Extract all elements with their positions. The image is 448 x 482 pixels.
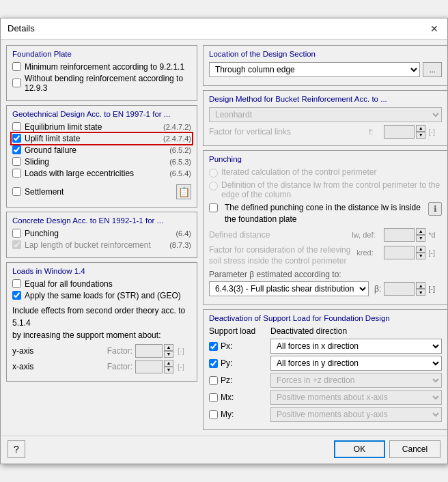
py-label-group: Py: bbox=[209, 358, 270, 368]
ground-checkbox[interactable] bbox=[12, 145, 21, 154]
equal-all-checkbox[interactable] bbox=[12, 279, 21, 288]
kred-spinner: kred: ▲ ▼ [-] bbox=[355, 246, 442, 259]
px-checkbox[interactable] bbox=[209, 342, 218, 351]
py-label: Py: bbox=[221, 358, 232, 368]
beta-spinner: ▲ ▼ [-] bbox=[384, 282, 442, 296]
y-axis-factor-text: Factor: bbox=[107, 346, 132, 356]
factor-down-btn[interactable]: ▼ bbox=[416, 132, 425, 139]
mx-label-group: Mx: bbox=[209, 393, 270, 402]
beta-section: Parameter β estimated according to: 6.4.… bbox=[209, 270, 442, 296]
beta-down-btn[interactable]: ▼ bbox=[416, 289, 425, 296]
cancel-button[interactable]: Cancel bbox=[389, 440, 440, 458]
beta-up-btn[interactable]: ▲ bbox=[416, 282, 425, 289]
beta-select[interactable]: 6.4.3(3) - Full plastic shear distributi… bbox=[209, 281, 369, 296]
my-checkbox[interactable] bbox=[209, 410, 218, 419]
punching-title: Punching bbox=[209, 155, 442, 163]
beta-label: Parameter β estimated according to: bbox=[209, 270, 442, 279]
my-select[interactable]: Positive moments about y-axis bbox=[270, 407, 442, 422]
def-dist-down-btn[interactable]: ▼ bbox=[416, 235, 425, 242]
iterated-radio[interactable] bbox=[209, 169, 218, 178]
defined-distance-unit: *d bbox=[428, 231, 442, 239]
concrete-design-title: Concrete Design Acc. to EN 1992-1-1 for … bbox=[12, 216, 191, 225]
without-bending-checkbox[interactable] bbox=[12, 79, 21, 87]
dialog-body: Foundation Plate Minimum reinforcement a… bbox=[1, 40, 447, 436]
location-section: Location of the Design Section Through c… bbox=[203, 45, 448, 86]
deact-col1-header: Support load bbox=[209, 326, 270, 336]
factor-vertical-row: Factor for vertical links f: ▲ ▼ [-] bbox=[209, 125, 442, 139]
definition-radio[interactable] bbox=[209, 182, 218, 190]
factor-up-btn[interactable]: ▲ bbox=[416, 125, 425, 132]
beta-select-row: 6.4.3(3) - Full plastic shear distributi… bbox=[209, 281, 442, 296]
loads-eccent-checkbox[interactable] bbox=[12, 169, 21, 178]
uplift-checkbox[interactable] bbox=[12, 134, 21, 143]
factor-unit: [-] bbox=[428, 128, 442, 136]
def-dist-up-btn[interactable]: ▲ bbox=[416, 228, 425, 235]
cone-check-row: The defined punching cone in the distanc… bbox=[209, 202, 442, 225]
min-reinf-row: Minimum reinforcement according to 9.2.1… bbox=[12, 62, 191, 72]
apply-same-checkbox[interactable] bbox=[12, 291, 21, 300]
geotechnical-title: Geotechnical Design Acc. to EN 1997-1 fo… bbox=[12, 110, 191, 118]
mx-select[interactable]: Positive moments about x-axis bbox=[270, 390, 442, 405]
apply-same-label: Apply the same loads for (STR) and (GEO) bbox=[25, 291, 191, 300]
equilibrium-row: Equilibrium limit state (2.4.7.2) bbox=[12, 122, 191, 132]
px-label-group: Px: bbox=[209, 341, 270, 351]
px-label: Px: bbox=[221, 341, 232, 351]
py-select[interactable]: All forces in y direction bbox=[270, 356, 442, 371]
pz-select[interactable]: Forces in +z direction bbox=[270, 373, 442, 388]
punching-check-label: Punching bbox=[25, 229, 173, 238]
y-axis-up-btn[interactable]: ▲ bbox=[164, 344, 173, 351]
without-bending-label: Without bending reinforcement according … bbox=[25, 74, 191, 93]
kred-input[interactable] bbox=[384, 246, 415, 259]
x-axis-input[interactable] bbox=[135, 360, 163, 373]
x-axis-up-btn[interactable]: ▲ bbox=[164, 360, 173, 367]
design-method-select[interactable]: Leonhardt bbox=[209, 107, 442, 122]
equal-all-row: Equal for all foundations bbox=[12, 279, 191, 289]
defined-distance-input[interactable] bbox=[384, 228, 415, 242]
close-button[interactable]: ✕ bbox=[428, 23, 440, 35]
help-button[interactable]: ? bbox=[8, 440, 25, 458]
ok-button[interactable]: OK bbox=[334, 440, 385, 458]
apply-same-row: Apply the same loads for (STR) and (GEO) bbox=[12, 291, 191, 300]
kred-down-btn[interactable]: ▼ bbox=[416, 253, 425, 259]
cone-check-checkbox[interactable] bbox=[209, 203, 218, 212]
punching-check-checkbox[interactable] bbox=[12, 229, 21, 238]
x-axis-spinner: ▲ ▼ bbox=[135, 360, 173, 373]
geotechnical-section: Geotechnical Design Acc. to EN 1997-1 fo… bbox=[6, 105, 197, 208]
equilibrium-label: Equilibrium limit state bbox=[25, 122, 160, 132]
deactivation-section: Deactivation of Support Load for Foundat… bbox=[203, 309, 448, 430]
y-axis-input[interactable] bbox=[135, 344, 163, 358]
settlement-icon-btn[interactable]: 📋 bbox=[176, 184, 191, 199]
sliding-checkbox[interactable] bbox=[12, 157, 21, 166]
x-axis-down-btn[interactable]: ▼ bbox=[164, 367, 173, 373]
equilibrium-checkbox[interactable] bbox=[12, 122, 21, 131]
kred-unit: [-] bbox=[428, 249, 442, 257]
mx-checkbox[interactable] bbox=[209, 393, 218, 402]
kred-up-btn[interactable]: ▲ bbox=[416, 246, 425, 253]
py-checkbox[interactable] bbox=[209, 359, 218, 368]
beta-input[interactable] bbox=[384, 282, 415, 296]
lap-length-ref: (8.7.3) bbox=[169, 241, 191, 249]
cone-check-text: The defined punching cone in the distanc… bbox=[225, 202, 425, 225]
min-reinf-checkbox[interactable] bbox=[12, 62, 21, 71]
lap-length-checkbox[interactable] bbox=[12, 240, 21, 249]
iterated-radio-label: Iterated calculation of the control peri… bbox=[221, 167, 376, 177]
location-select[interactable]: Through column edge Through column face … bbox=[209, 62, 420, 77]
pz-checkbox[interactable] bbox=[209, 376, 218, 385]
deact-col2-header: Deactivated direction bbox=[270, 326, 442, 336]
y-axis-down-btn[interactable]: ▼ bbox=[164, 351, 173, 358]
loads-eccent-ref: (6.5.4) bbox=[169, 169, 191, 178]
punching-section: Punching Iterated calculation of the con… bbox=[203, 150, 448, 305]
deactivation-title: Deactivation of Support Load for Foundat… bbox=[209, 314, 442, 322]
location-browse-btn[interactable]: ... bbox=[423, 62, 442, 77]
mx-row: Mx: Positive moments about x-axis bbox=[209, 390, 442, 405]
settlement-checkbox[interactable] bbox=[12, 187, 21, 196]
details-dialog: Details ✕ Foundation Plate Minimum reinf… bbox=[0, 18, 448, 464]
loads-window-section: Loads in Window 1.4 Equal for all founda… bbox=[6, 262, 197, 382]
px-select[interactable]: All forces in x direction bbox=[270, 339, 442, 354]
y-axis-unit: [-] bbox=[178, 347, 191, 355]
sliding-ref: (6.5.3) bbox=[169, 158, 191, 166]
info-button[interactable]: ℹ bbox=[428, 202, 442, 216]
lap-length-row: Lap length of bucket reinforcement (8.7.… bbox=[12, 240, 191, 250]
factor-vertical-input[interactable] bbox=[384, 125, 415, 139]
x-axis-spinner-btns: ▲ ▼ bbox=[164, 360, 173, 373]
